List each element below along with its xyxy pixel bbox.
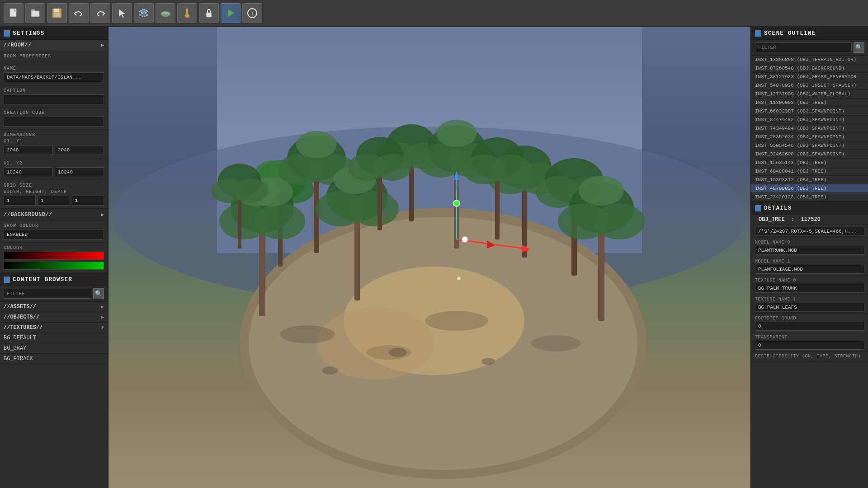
outline-item-grass[interactable]: INST_38127933 (OBJ_GRASS_GENERATOR	[751, 73, 868, 81]
content-browser-icon	[4, 277, 10, 283]
name-input[interactable]	[4, 72, 104, 82]
svg-text:i: i	[251, 10, 253, 17]
creation-code-input[interactable]	[4, 117, 104, 127]
outline-item-tree4[interactable]: INST_15393312 (OBJ_TREE)	[751, 176, 868, 184]
room-section-label: //ROOM//	[4, 42, 32, 48]
svg-marker-13	[228, 9, 234, 17]
outline-item-background[interactable]: INST_87260540 (OBJ_BACKGROUND)	[751, 64, 868, 73]
destructibility-row: DESTRUCTIBILITY (ON, TYPE, STRENGTH)	[751, 352, 868, 362]
outline-item-tree2[interactable]: INST_15635143 (OBJ_TREE)	[751, 159, 868, 167]
width-input[interactable]	[4, 196, 36, 206]
scene-svg	[108, 27, 750, 488]
bg-gray-item[interactable]: BG_GRAY	[0, 343, 108, 354]
dimensions-label: DIMENSIONS	[4, 132, 104, 137]
bg-ftrack-item[interactable]: BG_FTRACK	[0, 354, 108, 364]
show-colour-input[interactable]	[4, 230, 104, 239]
objects-label: //OBJECTS//	[4, 314, 39, 320]
outline-item-tree1[interactable]: INST_11306003 (OBJ_TREE)	[751, 99, 868, 107]
new-file-button[interactable]	[4, 3, 24, 23]
room-section-header[interactable]: //ROOM// ▶	[0, 40, 108, 51]
outline-item-spawn4[interactable]: INST_28352634 (OBJ_SPAWNPOINT)	[751, 133, 868, 141]
height-input[interactable]	[38, 196, 70, 206]
assets-item[interactable]: //ASSETS// ▶	[0, 302, 108, 312]
settings-icon	[4, 30, 10, 37]
show-colour-label: SHOW COLOUR	[4, 223, 104, 228]
content-browser-header: CONTENT BROWSER	[0, 273, 108, 286]
svg-point-84	[322, 366, 338, 375]
details-header: DETAILS	[751, 202, 868, 215]
footstep-sound-input[interactable]	[755, 322, 864, 331]
depth-input[interactable]	[72, 196, 104, 206]
svg-point-36	[255, 203, 305, 239]
red-color-bar[interactable]	[4, 252, 104, 260]
redo-button[interactable]	[90, 3, 110, 23]
outline-item-terrain[interactable]: INST_13386898 (OBJ_TERRAIN_EDITOR)	[751, 56, 868, 64]
undo-button[interactable]	[69, 3, 89, 23]
outline-item-tree3[interactable]: INST_60488041 (OBJ_TREE)	[751, 167, 868, 176]
texture-name-0-row: TEXTURE NAME 0	[751, 276, 868, 295]
open-file-button[interactable]	[25, 3, 45, 23]
footstep-sound-label: FOOTSTEP SOUND	[755, 316, 864, 321]
colour-label: COLOUR	[4, 245, 104, 250]
y2-input[interactable]	[55, 167, 104, 177]
whd-label: WIDTH, HEIGHT, DEPTH	[4, 189, 104, 194]
x1-input[interactable]	[4, 145, 53, 155]
right-panel: SCENE OUTLINE 🔍 INST_13386898 (OBJ_TERRA…	[750, 27, 868, 488]
paint-button[interactable]	[177, 3, 197, 23]
green-color-bar[interactable]	[4, 262, 104, 270]
outline-item-water[interactable]: INST_12737909 (OBJ_WATER_GLOBAL)	[751, 90, 868, 99]
svg-point-83	[481, 358, 495, 365]
outline-item-insect[interactable]: INST_54878936 (OBJ_INSECT_SPAWNER)	[751, 81, 868, 90]
content-search-button[interactable]: 🔍	[93, 288, 104, 299]
caption-section: CAPTION	[0, 85, 108, 108]
outline-item-spawn5[interactable]: INST_55054546 (OBJ_SPAWNPOINT)	[751, 141, 868, 150]
lock-button[interactable]	[199, 3, 219, 23]
terrain-button[interactable]	[156, 3, 175, 23]
grid-size-label: GRID SIZE	[4, 183, 104, 188]
outline-search-button[interactable]: 🔍	[854, 42, 864, 53]
room-arrow: ▶	[101, 42, 104, 48]
details-title: DETAILS	[764, 205, 792, 211]
outline-filter-input[interactable]	[755, 42, 852, 52]
x1y1-row	[4, 145, 104, 155]
svg-marker-8	[139, 13, 148, 17]
name-section: NAME	[0, 63, 108, 85]
obj-type-label: OBJ_TREE : 117520	[755, 215, 824, 224]
outline-item-spawn2[interactable]: INST_84479482 (OBJ_SPAWNPOINT)	[751, 116, 868, 124]
play-button[interactable]	[221, 3, 241, 23]
info-button[interactable]: i	[242, 3, 262, 23]
texture-name-0-input[interactable]	[755, 284, 864, 293]
select-button[interactable]	[112, 3, 132, 23]
scene-view	[108, 27, 750, 488]
model-name-1-input[interactable]	[755, 265, 864, 274]
background-section-header[interactable]: //BACKGROUND// ▶	[0, 209, 108, 221]
y1-input[interactable]	[55, 145, 104, 155]
caption-input[interactable]	[4, 94, 104, 104]
content-filter-input[interactable]	[4, 289, 91, 299]
outline-item-spawn3[interactable]: INST_74349494 (OBJ_SPAWNPOINT)	[751, 124, 868, 133]
colour-section: COLOUR	[0, 243, 108, 273]
save-file-button[interactable]	[47, 3, 67, 23]
svg-point-73	[490, 155, 532, 184]
outline-item-tree5[interactable]: INST_48708036 (OBJ_TREE)	[751, 184, 868, 193]
svg-point-90	[453, 200, 460, 206]
transparent-input[interactable]	[755, 341, 864, 350]
whd-row	[4, 196, 104, 206]
obj-creation-code-input[interactable]	[755, 227, 864, 236]
objects-item[interactable]: //OBJECTS// ▶	[0, 312, 108, 323]
bg-default-item[interactable]: BG_DEFAULT	[0, 333, 108, 343]
layer-button[interactable]	[134, 3, 154, 23]
texture-name-1-label: TEXTURE NAME 1	[755, 297, 864, 302]
texture-name-1-input[interactable]	[755, 303, 864, 312]
model-name-1-row: MODEL NAME 1	[751, 257, 868, 276]
outline-item-spawn1[interactable]: INST_66832387 (OBJ_SPAWNPOINT)	[751, 107, 868, 116]
scene-outline-icon	[755, 30, 761, 37]
model-name-0-input[interactable]	[755, 246, 864, 255]
obj-type-row: OBJ_TREE : 117520	[751, 215, 868, 225]
viewport[interactable]	[108, 27, 750, 488]
x2-input[interactable]	[4, 167, 53, 177]
x2y2-row	[4, 167, 104, 177]
outline-item-spawn6[interactable]: INST_32462608 (OBJ_SPAWNPOINT)	[751, 150, 868, 159]
textures-item[interactable]: //TEXTURES// ▼	[0, 323, 108, 333]
outline-item-tree6[interactable]: INST_23420128 (OBJ_TREE)	[751, 193, 868, 202]
